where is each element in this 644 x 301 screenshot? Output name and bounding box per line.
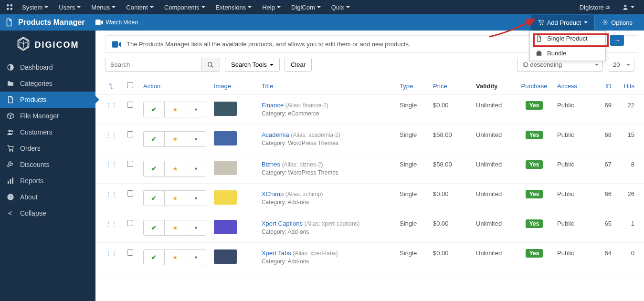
file-icon: [536, 35, 542, 42]
feature-toggle[interactable]: ★: [165, 161, 186, 176]
product-title-link[interactable]: Finance: [262, 102, 284, 109]
publish-toggle[interactable]: ✔: [144, 191, 165, 206]
watch-video-button[interactable]: Watch Video: [92, 17, 142, 28]
product-title-link[interactable]: Academia: [262, 131, 289, 138]
feature-toggle[interactable]: ★: [165, 250, 186, 265]
topmenu-system[interactable]: System: [17, 1, 53, 14]
action-menu[interactable]: ▼: [186, 102, 206, 117]
sidebar-item-categories[interactable]: Categories: [0, 75, 95, 92]
dropdown-single-product[interactable]: Single Product: [530, 31, 605, 46]
search-button[interactable]: [201, 58, 220, 71]
sidebar-item-about[interactable]: ?About: [0, 189, 95, 205]
topmenu-extensions[interactable]: Extensions: [211, 1, 257, 14]
feature-toggle[interactable]: ★: [165, 102, 186, 117]
topmenu-menus[interactable]: Menus: [86, 1, 120, 14]
sidebar-item-orders[interactable]: Orders: [0, 140, 95, 156]
publish-toggle[interactable]: ✔: [144, 220, 165, 235]
col-id[interactable]: ID: [591, 77, 615, 95]
options-button[interactable]: Options: [594, 15, 639, 30]
topmenu-components[interactable]: Components: [159, 1, 210, 14]
row-checkbox[interactable]: [127, 220, 133, 226]
search-tools-button[interactable]: Search Tools: [225, 58, 280, 72]
drag-handle[interactable]: ⋮⋮: [105, 102, 116, 109]
product-thumbnail: [214, 161, 237, 175]
col-price[interactable]: Price: [429, 77, 472, 95]
row-checkbox[interactable]: [127, 102, 133, 108]
dropdown-bundle[interactable]: Bundle: [530, 46, 605, 61]
sidebar-item-collapse[interactable]: Collapse: [0, 205, 95, 221]
sidebar-item-file-manager[interactable]: File Manager: [0, 108, 95, 124]
col-purchase[interactable]: Purchase: [515, 77, 553, 95]
row-checkbox[interactable]: [127, 131, 133, 137]
sidebar-item-customers[interactable]: Customers: [0, 124, 95, 140]
topmenu-help[interactable]: Help: [257, 1, 285, 14]
feature-toggle[interactable]: ★: [165, 132, 186, 146]
add-product-button[interactable]: Add Product: [531, 15, 595, 30]
search-input[interactable]: [106, 58, 201, 71]
action-menu[interactable]: ▼: [186, 220, 206, 235]
svg-point-0: [7, 4, 9, 7]
sidebar-icon: [7, 63, 14, 71]
feature-toggle[interactable]: ★: [165, 220, 186, 235]
product-title-link[interactable]: Biznes: [262, 161, 280, 168]
logo-text: DIGICOM: [35, 40, 79, 50]
sidebar-item-discounts[interactable]: Discounts: [0, 156, 95, 173]
svg-rect-5: [95, 20, 101, 25]
cell-access: Public: [553, 184, 591, 213]
watch-video-label: Watch Video: [106, 19, 138, 26]
product-title-link[interactable]: Xpert Captions: [262, 220, 303, 227]
drag-handle[interactable]: ⋮⋮: [105, 249, 116, 257]
col-hits[interactable]: Hits: [615, 77, 644, 95]
cell-type: Single: [396, 154, 429, 184]
joomla-icon[interactable]: [5, 2, 14, 12]
cell-access: Public: [553, 95, 591, 125]
col-type[interactable]: Type: [396, 77, 429, 95]
row-checkbox[interactable]: [127, 161, 133, 167]
caret-icon: [631, 6, 634, 8]
action-menu[interactable]: ▼: [186, 250, 206, 265]
site-link[interactable]: Digistore ⧉: [575, 1, 614, 14]
col-title[interactable]: Title: [258, 77, 396, 95]
cell-hits: 8: [615, 154, 644, 184]
drag-handle[interactable]: ⋮⋮: [105, 131, 116, 139]
product-title-link[interactable]: XChimp: [262, 190, 284, 197]
col-action[interactable]: Action: [139, 77, 210, 95]
limit-select[interactable]: 20: [608, 58, 634, 72]
user-menu[interactable]: [617, 1, 639, 13]
star-icon: ★: [169, 163, 182, 174]
clear-button[interactable]: Clear: [285, 58, 312, 72]
publish-toggle[interactable]: ✔: [144, 132, 165, 146]
svg-rect-10: [538, 51, 540, 52]
topmenu-digicom[interactable]: DigiCom: [286, 1, 326, 14]
topmenu-content[interactable]: Content: [121, 1, 158, 14]
topmenu-label: System: [22, 4, 42, 11]
feature-toggle[interactable]: ★: [165, 191, 186, 206]
action-group: ✔★▼: [143, 249, 206, 265]
row-checkbox[interactable]: [127, 190, 133, 197]
drag-handle[interactable]: ⋮⋮: [105, 190, 116, 198]
table-row: ⋮⋮✔★▼Xpert Tabs (Alias: xpert-tabs)Categ…: [95, 243, 644, 272]
publish-toggle[interactable]: ✔: [144, 250, 165, 265]
col-validity[interactable]: Validity: [472, 77, 515, 95]
col-access[interactable]: Access: [553, 77, 591, 95]
topmenu-quix[interactable]: Quix: [327, 1, 355, 14]
select-all-checkbox[interactable]: [127, 82, 133, 88]
drag-handle[interactable]: ⋮⋮: [105, 220, 116, 228]
publish-toggle[interactable]: ✔: [144, 161, 165, 176]
action-menu[interactable]: ▼: [186, 132, 206, 146]
action-menu[interactable]: ▼: [186, 191, 206, 206]
product-thumbnail: [214, 131, 237, 145]
publish-toggle[interactable]: ✔: [144, 102, 165, 117]
action-menu[interactable]: ▼: [186, 161, 206, 176]
sidebar-item-dashboard[interactable]: Dashboard: [0, 59, 95, 75]
sidebar-item-products[interactable]: Products: [0, 92, 95, 108]
sidebar-item-reports[interactable]: Reports: [0, 173, 95, 189]
col-image[interactable]: Image: [210, 77, 258, 95]
col-sort[interactable]: ⇅: [95, 77, 120, 95]
topmenu-users[interactable]: Users: [54, 1, 85, 14]
cell-price: $0.00: [429, 213, 472, 243]
product-title-link[interactable]: Xpert Tabs: [262, 249, 291, 257]
row-checkbox[interactable]: [127, 249, 133, 256]
search-group: [105, 58, 220, 72]
drag-handle[interactable]: ⋮⋮: [105, 161, 116, 168]
